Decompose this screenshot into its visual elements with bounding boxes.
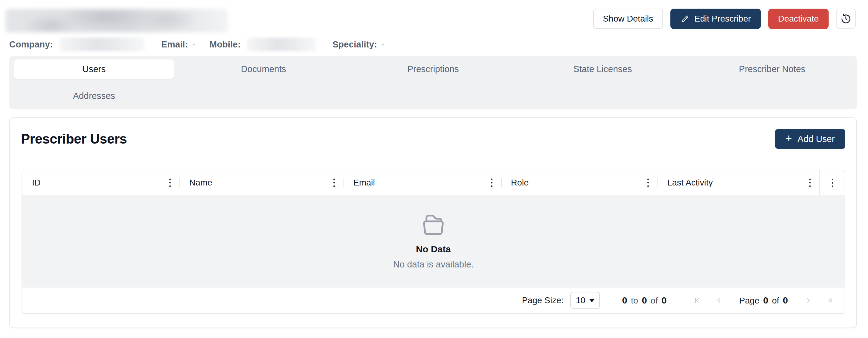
column-divider (501, 178, 502, 187)
column-label: Name (189, 178, 212, 188)
tab-documents[interactable]: Documents (184, 59, 343, 79)
column-header-last-activity: Last Activity (657, 170, 819, 195)
panel-title: Prescriber Users (21, 131, 127, 147)
table-header-row: ID Name Email Role (22, 170, 845, 195)
column-menu-icon[interactable] (489, 177, 494, 189)
column-menu-icon[interactable] (807, 177, 813, 189)
redacted-prescriber-name (5, 9, 228, 32)
speciality-value: - (381, 39, 384, 50)
add-user-button[interactable]: + Add User (775, 129, 845, 149)
table-menu-icon[interactable] (830, 177, 835, 189)
first-page-icon[interactable] (692, 296, 701, 305)
plus-icon: + (785, 133, 792, 144)
last-page-icon[interactable] (826, 296, 835, 305)
column-label: Last Activity (667, 178, 713, 188)
page-size-label: Page Size: (522, 295, 564, 305)
dropdown-arrow-icon (589, 299, 595, 302)
page-of-word: of (772, 296, 779, 306)
range-total: 0 (661, 295, 667, 306)
speciality-label: Speciality: (333, 39, 377, 50)
users-table: ID Name Email Role (22, 170, 845, 314)
column-header-actions (819, 170, 845, 195)
tab-addresses[interactable]: Addresses (14, 86, 174, 106)
company-label: Company: (9, 39, 53, 50)
column-divider (180, 178, 180, 187)
column-header-name: Name (180, 170, 343, 195)
deactivate-button[interactable]: Deactivate (768, 9, 829, 29)
prev-page-icon[interactable] (715, 296, 723, 305)
column-header-id: ID (22, 170, 180, 195)
table-empty-state: No Data No data is available. (22, 195, 845, 287)
column-menu-icon[interactable] (167, 177, 173, 189)
email-value: - (192, 39, 195, 50)
tab-prescriber-notes[interactable]: Prescriber Notes (692, 59, 852, 79)
show-details-button[interactable]: Show Details (593, 9, 663, 29)
range-to-word: to (631, 296, 638, 306)
next-page-icon[interactable] (804, 296, 813, 305)
page-size-select[interactable]: 10 (570, 292, 600, 309)
tab-prescriptions[interactable]: Prescriptions (353, 59, 513, 79)
column-header-role: Role (501, 170, 657, 195)
column-divider (343, 178, 344, 187)
header-actions: Show Details Edit Prescriber Deactivate (593, 9, 856, 29)
column-header-email: Email (343, 170, 501, 195)
tab-users[interactable]: Users (14, 59, 174, 79)
range-from: 0 (622, 295, 627, 306)
edit-prescriber-button[interactable]: Edit Prescriber (671, 9, 761, 29)
redacted-mobile-value (247, 37, 316, 51)
pencil-icon (680, 14, 689, 23)
range-to: 0 (642, 295, 647, 306)
redacted-company-value (60, 37, 145, 51)
page-current: 0 (763, 295, 768, 306)
email-label: Email: (161, 39, 188, 50)
mobile-label: Mobile: (210, 39, 241, 50)
column-divider (657, 178, 658, 187)
prescriber-info-row: Company: Email: - Mobile: Speciality: - (9, 37, 384, 51)
empty-state-message: No data is available. (393, 259, 473, 270)
prescriber-detail-page: Show Details Edit Prescriber Deactivate (0, 0, 868, 338)
tab-state-licenses[interactable]: State Licenses (523, 59, 682, 79)
column-label: Role (511, 178, 529, 188)
folder-icon (420, 213, 447, 236)
page-indicator: Page 0 of 0 (739, 295, 788, 306)
range-of-word: of (651, 296, 658, 306)
row-range-summary: 0 to 0 of 0 (622, 295, 667, 306)
column-label: Email (353, 178, 375, 188)
prescriber-users-panel: Prescriber Users + Add User ID Name (9, 117, 857, 328)
page-size-value: 10 (576, 295, 585, 305)
empty-state-title: No Data (416, 244, 451, 254)
page-word: Page (739, 296, 760, 306)
section-tabs: Users Documents Prescriptions State Lice… (9, 56, 857, 109)
edit-prescriber-label: Edit Prescriber (694, 14, 751, 24)
column-menu-icon[interactable] (332, 177, 337, 189)
column-menu-icon[interactable] (646, 177, 651, 189)
page-total: 0 (783, 295, 788, 306)
table-footer: Page Size: 10 0 to 0 of 0 (22, 287, 845, 313)
history-button[interactable] (836, 9, 856, 29)
pagination-controls: Page 0 of 0 (692, 295, 835, 306)
add-user-label: Add User (798, 134, 835, 144)
panel-header: Prescriber Users + Add User (10, 118, 856, 149)
top-bar: Show Details Edit Prescriber Deactivate (0, 0, 868, 36)
history-icon (840, 13, 851, 24)
column-label: ID (32, 178, 41, 188)
